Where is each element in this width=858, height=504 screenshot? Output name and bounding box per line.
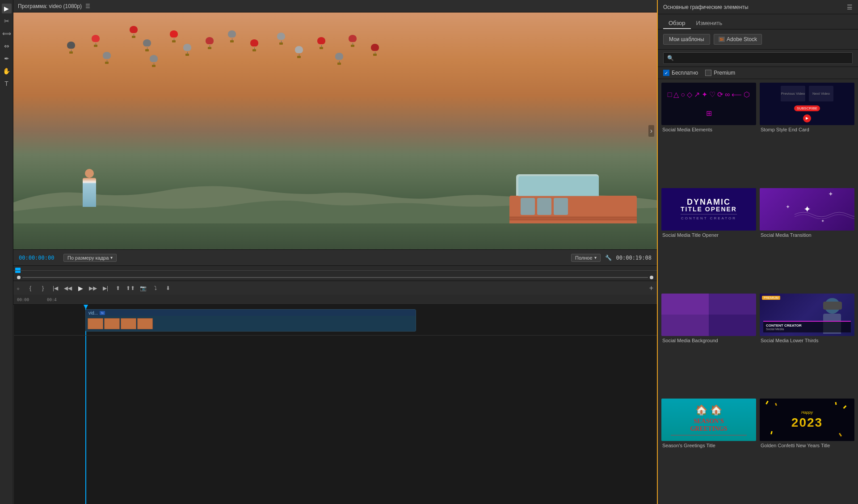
checkmark-icon: ✓ — [665, 71, 668, 76]
panel-title: Основные графические элементы — [663, 4, 749, 10]
balloon — [170, 30, 178, 40]
left-toolbar: ▶ ✂ ⟺ ⇔ ✒ ✋ T — [0, 0, 13, 504]
van — [509, 174, 637, 223]
pen-tool[interactable]: ✒ — [2, 54, 12, 63]
type-tool[interactable]: T — [2, 79, 12, 88]
video-frame: › — [13, 13, 657, 249]
fit-dropdown[interactable]: По размеру кадра ▾ — [63, 254, 117, 262]
overwrite-btn[interactable]: ⬇ — [164, 284, 172, 293]
template-thumb-smlt: PREMIUM CONTENT CREATOR Social Media — [760, 294, 854, 336]
time-marker-0: 00:00 — [17, 298, 29, 302]
balloon — [295, 46, 303, 56]
balloon — [92, 35, 100, 45]
main-tracks: vid... fx — [14, 305, 657, 504]
search-row: 🔍 — [658, 50, 858, 67]
balloon — [371, 44, 379, 54]
filter-free-checkbox[interactable]: ✓ — [663, 70, 669, 76]
progress-end-handle[interactable] — [650, 276, 653, 279]
template-card-social-media-elements[interactable]: □ △ ○ ◇ ↗ ✦ ♡ ⟳ ∞ ⟵ ⬡ ⊞ Social Media Ele… — [661, 83, 756, 185]
balloon — [103, 52, 111, 62]
search-icon: 🔍 — [667, 55, 674, 61]
go-in-btn[interactable]: |◀ — [51, 284, 60, 293]
camera-btn[interactable]: 📷 — [139, 284, 147, 293]
playhead-head — [83, 305, 88, 309]
tab-overview[interactable]: Обзор — [663, 18, 691, 29]
clip-fx-badge[interactable]: fx — [100, 311, 105, 315]
monitor-menu-icon[interactable]: ☰ — [85, 3, 90, 9]
monitor-section: Программа: video (1080p) ☰ — [13, 0, 657, 295]
add-clip-btn[interactable]: + — [649, 284, 653, 292]
filter-premium-checkbox[interactable] — [705, 70, 711, 76]
clip-header: vid... fx — [86, 310, 416, 316]
select-tool[interactable]: ▶ — [2, 4, 12, 13]
subscribe-btn: SUBSCRIBE — [794, 105, 820, 111]
lift-btn[interactable]: ⬆ — [114, 284, 122, 293]
fit-dropdown-chevron: ▾ — [110, 255, 113, 260]
adobe-stock-btn[interactable]: Si Adobe Stock — [714, 34, 762, 45]
filter-free-label[interactable]: ✓ Бесплатно — [663, 70, 698, 76]
step-fwd-btn[interactable]: ▶▶ — [88, 284, 97, 293]
tab-edit[interactable]: Изменить — [691, 18, 728, 29]
step-back-btn[interactable]: ◀◀ — [63, 284, 72, 293]
template-name-gc: Golden Confetti New Years Title — [760, 441, 854, 449]
extract-btn[interactable]: ⬆⬆ — [126, 284, 135, 293]
search-input-container[interactable]: 🔍 — [663, 52, 853, 64]
play-btn[interactable]: ▶ — [76, 284, 85, 293]
template-card-social-media-transition[interactable]: ✦ ✦ ✦ ✦ Social Media Transition — [760, 188, 854, 290]
mark-out-btn2[interactable]: } — [38, 284, 47, 293]
template-name-sg: Season's Greetings Title — [661, 441, 756, 449]
progress-start-handle[interactable] — [17, 276, 21, 279]
my-templates-btn[interactable]: Мои шаблоны — [663, 34, 710, 45]
timeline-section: 00:00 00:4 vid... fx — [13, 295, 657, 504]
template-card-social-media-lower-thirds[interactable]: PREMIUM CONTENT CREATOR Social Media Soc… — [760, 294, 854, 395]
mark-out-btn[interactable]: { — [26, 284, 35, 293]
balloon — [317, 37, 325, 47]
progress-track[interactable] — [22, 277, 648, 278]
template-card-stomp-style-end-card[interactable]: Previous Video Next Video SUBSCRIBE ▶ St… — [760, 83, 854, 185]
timecode-right: 00:00:19:08 — [616, 255, 652, 261]
mark-in-btn[interactable]: ⬦ — [13, 284, 22, 293]
hand-tool[interactable]: ✋ — [2, 66, 12, 76]
main-area: Программа: video (1080p) ☰ — [13, 0, 657, 504]
template-thumb-dto: DYNAMIC TITLE OPENER CONTENT CREATOR — [661, 188, 756, 231]
monitor-right-arrow[interactable]: › — [648, 125, 654, 137]
playback-bar: ⬦ { } |◀ ◀◀ ▶ ▶▶ ▶| ⬆ ⬆⬆ 📷 ⤵ ⬇ + — [13, 281, 657, 295]
template-thumb-sg: 🏠 🏠 SEASON'SGREETINGS — [661, 399, 756, 441]
panel-tabs: Обзор Изменить — [658, 14, 858, 29]
timeline-playhead[interactable] — [85, 305, 86, 504]
template-card-seasons-greetings[interactable]: 🏠 🏠 SEASON'SGREETINGS Season's Greetings… — [661, 399, 756, 500]
slip-tool[interactable]: ⇔ — [2, 41, 12, 51]
clip-thumbnail — [121, 318, 136, 329]
razor-tool[interactable]: ✂ — [2, 16, 12, 26]
monitor-title: Программа: video (1080p) — [18, 3, 82, 9]
filter-row: ✓ Бесплатно Premium — [658, 67, 858, 79]
timeline-ruler: 00:00 00:4 — [13, 295, 657, 305]
video-clip[interactable]: vid... fx — [85, 309, 416, 332]
template-name-dto: Social Media Title Opener — [661, 231, 756, 239]
ripple-edit-tool[interactable]: ⟺ — [2, 29, 12, 38]
template-card-social-media-background[interactable]: Social Media Background — [661, 294, 756, 395]
template-thumb-smb — [661, 294, 756, 336]
template-card-golden-confetti[interactable]: Happy 2023 Golden Confetti New Years Tit… — [760, 399, 854, 500]
balloon — [335, 53, 343, 63]
settings-wrench-icon[interactable]: 🔧 — [605, 255, 612, 261]
templates-grid: □ △ ○ ◇ ↗ ✦ ♡ ⟳ ∞ ⟵ ⬡ ⊞ Social Media Ele… — [658, 79, 858, 504]
balloon — [250, 39, 258, 49]
insert-btn[interactable]: ⤵ — [151, 284, 160, 293]
track-area: vid... fx — [13, 305, 657, 504]
panel-menu-icon[interactable]: ☰ — [847, 4, 853, 11]
template-name-smt: Social Media Transition — [760, 231, 854, 239]
clip-name: vid... — [88, 311, 98, 315]
template-thumb-gc: Happy 2023 — [760, 399, 854, 441]
panel-header: Основные графические элементы ☰ — [658, 0, 858, 14]
video-background — [13, 13, 657, 249]
go-out-btn[interactable]: ▶| — [101, 284, 110, 293]
balloon — [130, 26, 138, 36]
template-thumb-ssec: Previous Video Next Video SUBSCRIBE ▶ — [760, 83, 854, 125]
timecode-display: 00:00:00:00 — [19, 255, 59, 261]
template-card-social-media-title-opener[interactable]: DYNAMIC TITLE OPENER CONTENT CREATOR Soc… — [661, 188, 756, 290]
quality-dropdown[interactable]: Полное ▾ — [571, 254, 601, 262]
woman-figure — [83, 169, 96, 207]
filter-premium-label[interactable]: Premium — [705, 70, 735, 76]
monitor-controls: 00:00:00:00 По размеру кадра ▾ Полное ▾ … — [13, 249, 657, 265]
